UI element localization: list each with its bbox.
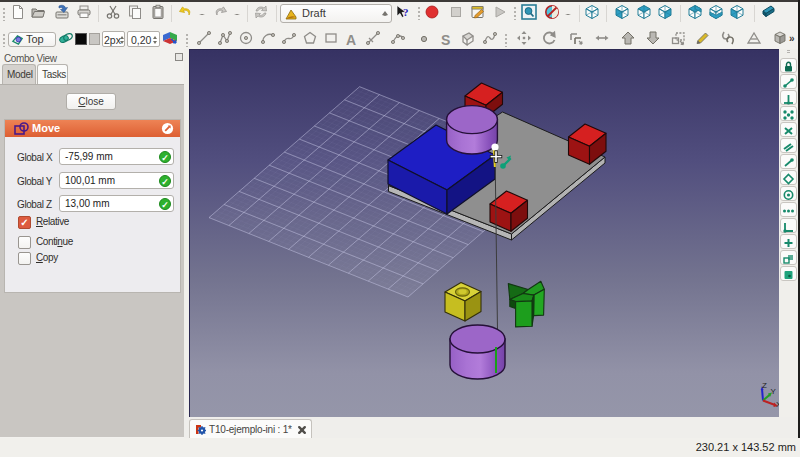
svg-text:Z: Z xyxy=(762,381,767,390)
svg-text:Y: Y xyxy=(771,387,777,396)
svg-text:?: ? xyxy=(403,6,409,18)
